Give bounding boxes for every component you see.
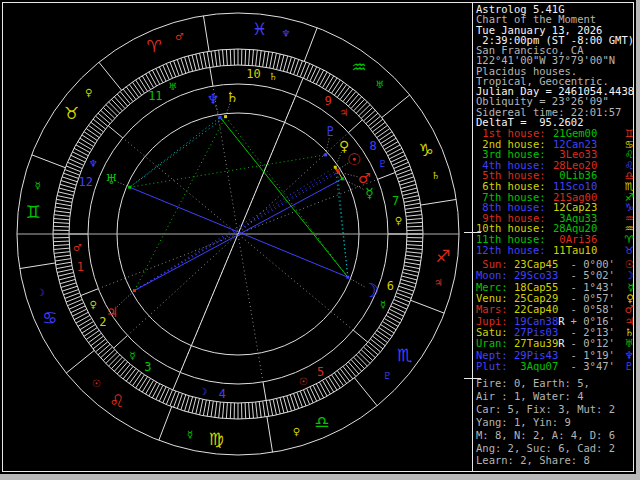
planet-icon: ☽ [625, 270, 634, 281]
house-label: 1st house: [476, 128, 553, 139]
house-label: 11th house: [476, 234, 553, 245]
zodiac-sign-icon: ♏ [625, 181, 634, 192]
planet-position-value: 3Aqu07 [514, 361, 558, 372]
element-tally-section: Fire: 0, Earth: 5,Air : 1, Water: 4Car: … [476, 377, 636, 467]
tally-line: Learn: 2, Share: 8 [476, 454, 636, 467]
retrograde-flag [558, 281, 564, 293]
window-edge [0, 474, 640, 480]
astrolog-window: ♈♂♉♀♊☿♋☽♌☉♍☿♎♀♏♇♐♃♑♄♒♅♓♆1♂2♀3☿4☽5☉6☿7♀8♇… [0, 0, 640, 480]
planet-latitude: - 3°47' [571, 361, 615, 372]
planet-icon: ♇ [625, 361, 634, 372]
sidebar: Astrolog 5.41GChart of the MomentTue Jan… [476, 0, 636, 474]
retrograde-flag [558, 326, 564, 338]
window-edge [636, 0, 640, 480]
info-line: DeltaT = 95.2602 [476, 117, 636, 127]
tally-line: Ang: 2, Suc: 6, Cad: 2 [476, 442, 636, 455]
retrograde-flag [558, 360, 564, 372]
info-line: 122°41'00"W 37°79'00"N [476, 55, 636, 65]
tally-line: Fire: 0, Earth: 5, [476, 377, 636, 390]
house-label: 12th house: [476, 245, 553, 256]
info-line: Chart of the Moment [476, 14, 636, 24]
planet-label: Plut: [476, 361, 514, 372]
house-row: 12th house:11Tau10♉ [476, 245, 636, 256]
planet-latitude: - 5°02' [571, 270, 615, 281]
info-line: Obliquity = 23°26'09" [476, 96, 636, 106]
retrograde-flag [558, 258, 564, 270]
tally-line: Yang: 1, Yin: 9 [476, 416, 636, 429]
retrograde-flag [558, 349, 564, 361]
planet-label: Moon: [476, 270, 514, 281]
planet-row: Plut: 3Aqu07 - 3°47'♇ [476, 361, 636, 372]
chart-info-section: Astrolog 5.41GChart of the MomentTue Jan… [476, 4, 636, 127]
tally-line: M: 8, N: 2, A: 4, D: 6 [476, 429, 636, 442]
panel-divider [472, 2, 473, 472]
zodiac-sign-icon: ♊ [625, 128, 634, 139]
retrograde-flag [558, 292, 564, 304]
house-label: 6th house: [476, 181, 553, 192]
tally-line: Air : 1, Water: 4 [476, 390, 636, 403]
house-cusp-value: 11Tau10 [553, 244, 597, 256]
planet-position-section: Sun:23Cap45 - 0°00'☉Moon:29Sco33 - 5°02'… [476, 259, 636, 372]
house-cusp-section: 1st house:21Gem00♊ 2nd house:12Can23♋ 3r… [476, 128, 636, 255]
retrograde-flag: R [558, 315, 564, 327]
zodiac-sign-icon: ♈ [625, 234, 634, 245]
tally-line: Car: 5, Fix: 3, Mut: 2 [476, 403, 636, 416]
planet-row: Moon:29Sco33 - 5°02'☽ [476, 270, 636, 281]
retrograde-flag [558, 269, 564, 281]
planet-position-value: 29Sco33 [514, 270, 558, 281]
retrograde-flag [558, 303, 564, 315]
retrograde-flag: R [558, 337, 564, 349]
zodiac-sign-icon: ♉ [625, 245, 634, 256]
